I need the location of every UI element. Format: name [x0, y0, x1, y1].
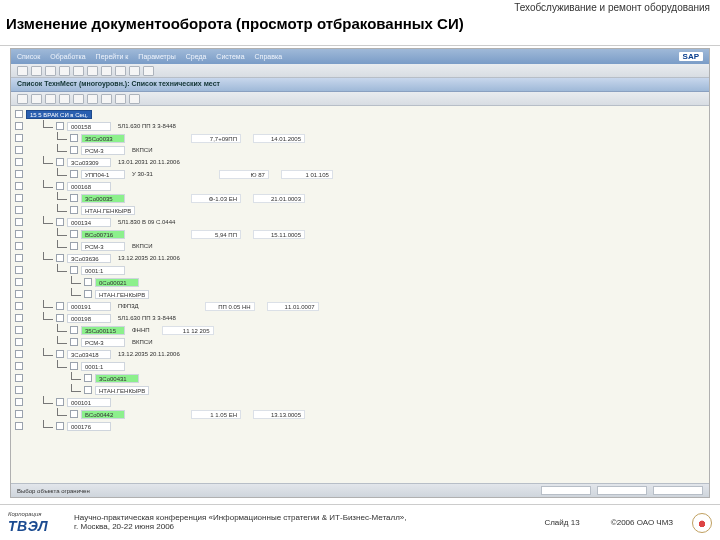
menu-item[interactable]: Система	[216, 53, 244, 60]
row-checkbox[interactable]	[56, 302, 64, 310]
menu-item[interactable]: Параметры	[138, 53, 175, 60]
row-checkbox[interactable]	[84, 290, 92, 298]
row-checkbox[interactable]	[70, 194, 78, 202]
row-code[interactable]: 000176	[67, 422, 111, 431]
tree-row[interactable]: 000176	[15, 420, 705, 432]
row-code[interactable]: 000168	[67, 182, 111, 191]
tree-row[interactable]: 0001:1	[15, 264, 705, 276]
menu-item[interactable]: Список	[17, 53, 40, 60]
tree-row[interactable]: 000101	[15, 396, 705, 408]
row-code[interactable]: НТАН.ГЕНКЫРВ	[81, 206, 135, 215]
row-checkbox[interactable]	[15, 398, 23, 406]
tree-row[interactable]: 3Co00431	[15, 372, 705, 384]
row-code[interactable]: НТАН.ГЕНКЫРВ	[95, 290, 149, 299]
row-checkbox[interactable]	[56, 122, 64, 130]
row-code[interactable]: ВСо00716	[81, 230, 125, 239]
toolbar-button[interactable]	[59, 66, 70, 76]
row-checkbox[interactable]	[15, 338, 23, 346]
toolbar-button[interactable]	[73, 94, 84, 104]
row-checkbox[interactable]	[15, 386, 23, 394]
row-checkbox[interactable]	[15, 146, 23, 154]
toolbar-button[interactable]	[129, 94, 140, 104]
row-code[interactable]: 0001:1	[81, 362, 125, 371]
row-checkbox[interactable]	[15, 410, 23, 418]
row-checkbox[interactable]	[15, 194, 23, 202]
tree-row[interactable]: 0001985Л1.630 ПП 3 3-8448	[15, 312, 705, 324]
toolbar-button[interactable]	[31, 66, 42, 76]
row-checkbox[interactable]	[15, 302, 23, 310]
row-checkbox[interactable]	[70, 410, 78, 418]
menu-item[interactable]: Справка	[255, 53, 282, 60]
toolbar-button[interactable]	[73, 66, 84, 76]
menu-item[interactable]: Перейти к	[96, 53, 129, 60]
tree-row[interactable]: 000168	[15, 180, 705, 192]
toolbar-button[interactable]	[45, 94, 56, 104]
row-checkbox[interactable]	[15, 170, 23, 178]
toolbar-button[interactable]	[45, 66, 56, 76]
toolbar-button[interactable]	[17, 66, 28, 76]
row-checkbox[interactable]	[70, 146, 78, 154]
row-code[interactable]: НТАН.ГЕНКЫРВ	[95, 386, 149, 395]
row-checkbox[interactable]	[56, 398, 64, 406]
tree-row[interactable]: 35Co00115ФННП11 12 205	[15, 324, 705, 336]
row-checkbox[interactable]	[15, 122, 23, 130]
row-checkbox[interactable]	[70, 266, 78, 274]
row-code[interactable]: 000191	[67, 302, 111, 311]
toolbar-button[interactable]	[17, 94, 28, 104]
tree-row[interactable]: 0001585Л1.630 ПП 3 3-8448	[15, 120, 705, 132]
toolbar-button[interactable]	[101, 94, 112, 104]
row-checkbox[interactable]	[15, 230, 23, 238]
row-checkbox[interactable]	[15, 134, 23, 142]
row-code[interactable]: 35Co0033	[81, 134, 125, 143]
tree-row[interactable]: БСо004421 1.05 ЕН13.13.0005	[15, 408, 705, 420]
row-checkbox[interactable]	[15, 254, 23, 262]
toolbar-button[interactable]	[115, 66, 126, 76]
tree-row[interactable]: НТАН.ГЕНКЫРВ	[15, 204, 705, 216]
row-code[interactable]: БСо00442	[81, 410, 125, 419]
row-checkbox[interactable]	[70, 338, 78, 346]
row-checkbox[interactable]	[70, 362, 78, 370]
row-code[interactable]: 3Co03309	[67, 158, 111, 167]
row-checkbox[interactable]	[15, 290, 23, 298]
toolbar-button[interactable]	[101, 66, 112, 76]
row-code[interactable]: 000101	[67, 398, 111, 407]
toolbar-button[interactable]	[87, 94, 98, 104]
row-checkbox[interactable]	[70, 230, 78, 238]
tree-row[interactable]: 0Сo00021	[15, 276, 705, 288]
row-code[interactable]: 3Co03636	[67, 254, 111, 263]
menu-item[interactable]: Среда	[186, 53, 207, 60]
row-checkbox[interactable]	[15, 206, 23, 214]
tree-row[interactable]: РСМ-3ВКПСИ	[15, 336, 705, 348]
row-code[interactable]: 0001:1	[81, 266, 125, 275]
row-checkbox[interactable]	[70, 206, 78, 214]
tree-row[interactable]: НТАН.ГЕНКЫРВ	[15, 288, 705, 300]
row-checkbox[interactable]	[70, 134, 78, 142]
row-code[interactable]: РСМ-3	[81, 242, 125, 251]
row-checkbox[interactable]	[15, 218, 23, 226]
toolbar-button[interactable]	[31, 94, 42, 104]
row-code[interactable]: 3Co00035	[81, 194, 125, 203]
row-checkbox[interactable]	[70, 242, 78, 250]
tree-row[interactable]: 3Co0341813.12.2035 20.11.2006	[15, 348, 705, 360]
row-checkbox[interactable]	[15, 182, 23, 190]
row-checkbox[interactable]	[56, 182, 64, 190]
row-code[interactable]: РСМ-3	[81, 338, 125, 347]
tree-row[interactable]: 15 5 БРАК СИ в Сец.	[15, 108, 705, 120]
toolbar-button[interactable]	[115, 94, 126, 104]
row-checkbox[interactable]	[56, 218, 64, 226]
row-checkbox[interactable]	[56, 350, 64, 358]
row-checkbox[interactable]	[70, 170, 78, 178]
row-checkbox[interactable]	[15, 110, 23, 118]
tree-row[interactable]: НТАН.ГЕНКЫРВ	[15, 384, 705, 396]
row-code[interactable]: 3Co03418	[67, 350, 111, 359]
row-checkbox[interactable]	[15, 422, 23, 430]
row-checkbox[interactable]	[56, 158, 64, 166]
tree-row[interactable]: УПП04-1У 30-31Ю 871 01.105	[15, 168, 705, 180]
row-code[interactable]: 3Co00431	[95, 374, 139, 383]
toolbar-button[interactable]	[129, 66, 140, 76]
row-checkbox[interactable]	[15, 314, 23, 322]
toolbar-button[interactable]	[59, 94, 70, 104]
tree-row[interactable]: 3Co00035Ф-1.03 ЕН21.01.0003	[15, 192, 705, 204]
tree-row[interactable]: 3Co0363613.12.2035 20.11.2006	[15, 252, 705, 264]
row-code[interactable]: 15 5 БРАК СИ в Сец.	[26, 110, 92, 119]
